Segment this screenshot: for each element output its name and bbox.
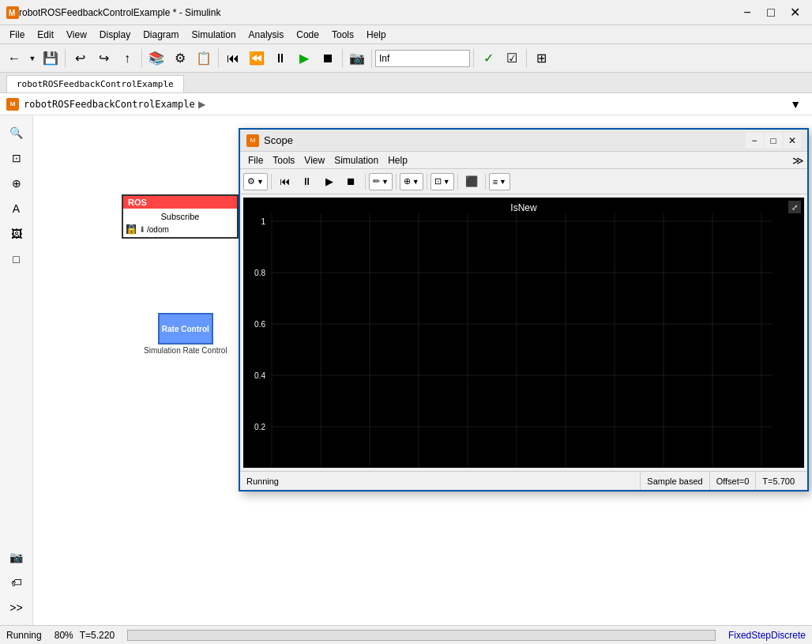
scope-menu-file[interactable]: File (243, 154, 268, 167)
svg-text:0.8: 0.8 (254, 269, 265, 277)
grid-button[interactable]: ⊞ (530, 47, 552, 70)
breadcrumb-bar: M robotROSFeedbackControlExample ▶ ▼ (0, 93, 812, 115)
pause-button[interactable]: ⏸ (269, 47, 291, 70)
image-sidebar-btn[interactable]: 🖼 (6, 223, 28, 245)
scope-offset: Offset=0 (709, 472, 756, 490)
scope-fit-dropdown[interactable]: ⊡▼ (430, 173, 454, 190)
minimize-button[interactable]: − (736, 2, 758, 24)
scope-running-status: Running (246, 476, 640, 486)
breadcrumb-arrow-icon: ▶ (198, 99, 205, 110)
scope-time: T=5.700 (755, 472, 801, 490)
menu-file[interactable]: File (3, 28, 31, 42)
zoom-fit-sidebar-btn[interactable]: ⊡ (6, 147, 28, 169)
scope-menu-extra[interactable]: ≫ (792, 154, 804, 167)
tab-model[interactable]: robotROSFeedbackControlExample (6, 75, 184, 92)
play-button[interactable]: ▶ (293, 47, 315, 70)
ros-lock-icon: 🔒 (126, 224, 136, 234)
main-mode: FixedStepDiscrete (728, 630, 806, 641)
main-menu-bar: File Edit View Display Diagram Simulatio… (0, 25, 812, 44)
badge-sidebar-btn[interactable]: 🏷 (6, 571, 28, 593)
check2-button[interactable]: ☑ (501, 47, 523, 70)
scope-maximize-button[interactable]: □ (765, 133, 782, 149)
canvas-area: Feedback Control of a ROS-enabled Robot … (33, 115, 812, 625)
svg-text:1: 1 (261, 217, 265, 226)
scope-menu-tools[interactable]: Tools (268, 154, 299, 167)
menu-diagram[interactable]: Diagram (137, 28, 185, 42)
scope-window: M Scope − □ ✕ File Tools View Simulation… (239, 128, 809, 491)
scope-write-dropdown[interactable]: ✏▼ (369, 173, 393, 190)
menu-simulation[interactable]: Simulation (186, 28, 242, 42)
ros-body: Subscribe 🔒 ⬇ /odom (123, 209, 237, 237)
pan-sidebar-btn[interactable]: ⊕ (6, 172, 28, 194)
scope-menu-simulation[interactable]: Simulation (329, 154, 383, 167)
scope-grid: 1 0.8 0.6 0.4 0.2 0 0 1 2 3 4 5 6 (243, 198, 804, 468)
scope-status-bar: Running Sample based Offset=0 T=5.700 (240, 471, 807, 490)
ros-subscribe-label: Subscribe (126, 212, 234, 221)
scope-step-back-btn[interactable]: ⏮ (275, 172, 295, 191)
scope-title-controls: − □ ✕ (746, 133, 801, 149)
rate-block-inner: Rate Control (158, 313, 213, 345)
more-sidebar-btn[interactable]: >> (6, 597, 28, 619)
model-explorer-button[interactable]: 📋 (193, 47, 215, 70)
breadcrumb-icon: M (6, 98, 19, 111)
main-area: 🔍 ⊡ ⊕ A 🖼 □ 📷 🏷 >> Feedback Control of a… (0, 115, 812, 625)
menu-code[interactable]: Code (290, 28, 325, 42)
step-back2-button[interactable]: ⏪ (246, 47, 268, 70)
step-back-button[interactable]: ⏮ (222, 47, 244, 70)
back-button[interactable]: ← (3, 47, 25, 70)
scope-menu-bar: File Tools View Simulation Help ≫ (240, 152, 807, 169)
camera-sidebar-btn[interactable]: 📷 (6, 546, 28, 568)
ros-port-text: /odom (147, 225, 169, 234)
main-time: T=5.220 (80, 630, 115, 641)
scope-menu-help[interactable]: Help (383, 154, 412, 167)
scope-style-dropdown[interactable]: ≡▼ (489, 173, 510, 190)
menu-help[interactable]: Help (360, 28, 393, 42)
undo-button[interactable]: ↩ (69, 47, 91, 70)
library-button[interactable]: 📚 (145, 47, 167, 70)
menu-display[interactable]: Display (93, 28, 137, 42)
title-bar-text: robotROSFeedbackControlExample * - Simul… (19, 7, 220, 18)
ros-header: ROS (123, 196, 237, 209)
scope-channels-btn[interactable]: ⬛ (461, 172, 482, 191)
text-sidebar-btn[interactable]: A (6, 198, 28, 220)
tab-bar: robotROSFeedbackControlExample (0, 73, 812, 93)
menu-tools[interactable]: Tools (325, 28, 360, 42)
left-sidebar: 🔍 ⊡ ⊕ A 🖼 □ 📷 🏷 >> (0, 115, 33, 625)
scope-zoom-in-dropdown[interactable]: ⊕▼ (400, 173, 423, 190)
maximize-button[interactable]: □ (760, 2, 782, 24)
save-button[interactable]: 💾 (39, 47, 62, 70)
menu-analysis[interactable]: Analysis (242, 28, 291, 42)
breadcrumb-dropdown[interactable]: ▼ (785, 96, 806, 112)
scope-close-button[interactable]: ✕ (784, 133, 801, 149)
rate-control-block[interactable]: Rate Control Simulation Rate Control (144, 313, 227, 355)
scope-stop-btn[interactable]: ⏹ (341, 172, 362, 191)
breadcrumb-text: robotROSFeedbackControlExample (24, 99, 195, 110)
svg-text:0.6: 0.6 (254, 320, 265, 329)
sim-time-input[interactable] (375, 50, 470, 67)
menu-view[interactable]: View (60, 28, 93, 42)
up-button[interactable]: ↑ (116, 47, 138, 70)
snapshot-button[interactable]: 📷 (346, 47, 368, 70)
redo-button[interactable]: ↪ (92, 47, 115, 70)
scope-play-btn[interactable]: ▶ (319, 172, 340, 191)
scope-title-text: Scope (264, 134, 293, 146)
rate-block-label: Simulation Rate Control (144, 346, 227, 355)
svg-text:0.2: 0.2 (254, 423, 265, 431)
ros-port-row: 🔒 ⬇ /odom (126, 224, 234, 234)
zoom-in-sidebar-btn[interactable]: 🔍 (6, 122, 28, 144)
dropdown-btn[interactable]: ▼ (27, 47, 38, 70)
scope-graph[interactable]: IsNew ⤢ (243, 198, 804, 468)
scope-pause-btn[interactable]: ⏸ (297, 172, 318, 191)
menu-edit[interactable]: Edit (31, 28, 60, 42)
check-button[interactable]: ✓ (477, 47, 499, 70)
scope-settings-dropdown[interactable]: ⚙▼ (243, 173, 268, 190)
ros-block[interactable]: ROS Subscribe 🔒 ⬇ /odom (122, 194, 239, 239)
status-progress-bar (127, 630, 716, 641)
stop-button[interactable]: ⏹ (317, 47, 339, 70)
settings-button[interactable]: ⚙ (169, 47, 191, 70)
svg-text:0.4: 0.4 (254, 371, 265, 380)
scope-minimize-button[interactable]: − (746, 133, 763, 149)
scope-menu-view[interactable]: View (299, 154, 329, 167)
close-button[interactable]: ✕ (784, 2, 806, 24)
rect-sidebar-btn[interactable]: □ (6, 248, 28, 270)
